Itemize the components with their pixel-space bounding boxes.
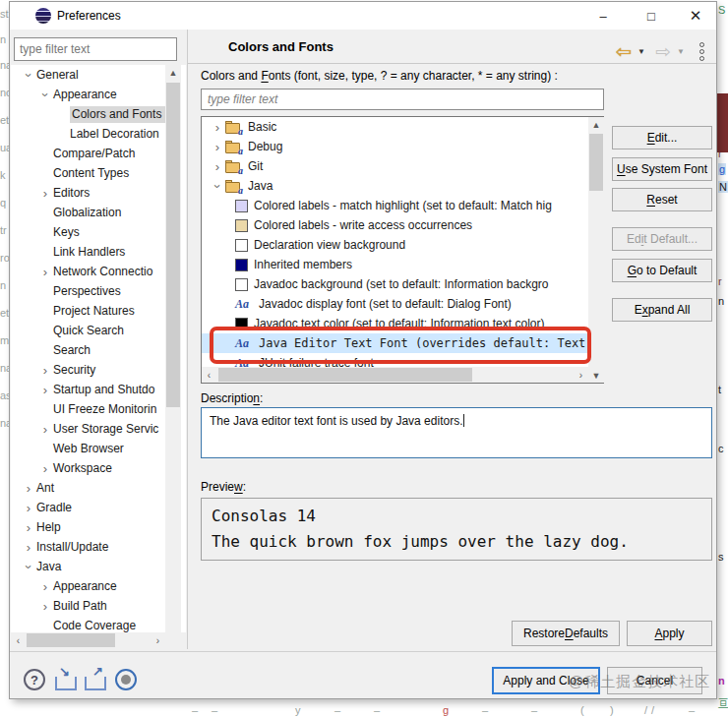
apply-button[interactable]: Apply [627,621,712,646]
maximize-button[interactable]: □ [637,6,666,26]
sidebar-item-user-storage-servic[interactable]: ›User Storage Servic [11,419,186,439]
font-tree-item-git[interactable]: ›aGit [202,156,587,176]
sidebar-item-network-connectio[interactable]: ›Network Connectio [11,262,186,281]
preference-recorder-icon[interactable] [115,669,137,690]
reset-button[interactable]: Reset [612,188,712,211]
sidebar-item-gradle[interactable]: ›Gradle [11,498,186,517]
nav-back-dropdown-icon[interactable]: ▼ [637,41,645,61]
scrollbar-thumb[interactable] [27,633,115,647]
use-system-font-button[interactable]: Use System Font [612,157,712,181]
go-to-default-button[interactable]: Go to Default [612,259,712,282]
sidebar-item-install-update[interactable]: ›Install/Update [11,537,186,557]
view-menu-icon[interactable] [699,42,704,61]
chevron-right-icon[interactable]: › [210,160,225,173]
font-tree-item-javadoc-display-font-set-to-default-dialog-font[interactable]: AaJavadoc display font (set to default: … [202,294,587,314]
chevron-down-icon[interactable]: › [39,87,52,102]
expand-all-button[interactable]: Expand All [612,298,712,322]
chevron-right-icon[interactable]: › [37,423,53,436]
chevron-right-icon[interactable]: › [37,187,53,200]
sidebar-item-colors-and-fonts[interactable]: ›Colors and Fonts [11,104,186,124]
chevron-down-icon[interactable]: › [23,67,35,83]
font-tree-item-inherited-members[interactable]: Inherited members [202,255,587,274]
sidebar-item-ant[interactable]: ›Ant [11,478,186,498]
font-tree-item-java-editor-text-font-overrides-default-text-f[interactable]: AaJava Editor Text Font (overrides defau… [202,333,587,353]
sidebar-item-search[interactable]: ›Search [11,340,186,360]
chevron-right-icon[interactable]: › [37,580,53,593]
scroll-up-icon[interactable]: ▲ [588,117,604,132]
scroll-down-icon[interactable]: ▼ [588,368,604,383]
restore-defaults-button[interactable]: Restore Defaults [512,621,620,646]
sidebar-item-appearance[interactable]: ›Appearance [11,576,186,596]
font-tree-item-colored-labels-write-access-occurrences[interactable]: Colored labels - write access occurrence… [202,215,587,235]
nav-forward-dropdown-icon[interactable]: ▼ [677,41,685,61]
sidebar-item-java[interactable]: ›Java [11,557,186,576]
titlebar[interactable]: Preferences – □ ✕ [10,2,716,30]
sidebar-item-general[interactable]: ›General [11,65,186,85]
import-icon[interactable]: ↘ [55,677,77,690]
chevron-right-icon[interactable]: › [37,266,53,278]
sidebar-item-quick-search[interactable]: ›Quick Search [11,321,186,340]
sidebar-item-help[interactable]: ›Help [11,517,186,537]
chevron-right-icon[interactable]: › [21,502,36,514]
chevron-right-icon[interactable]: › [37,364,53,377]
scroll-right-icon[interactable]: › [574,367,588,383]
fonts-horizontal-scrollbar[interactable]: ‹ › [202,367,588,383]
sidebar-item-web-browser[interactable]: ›Web Browser [11,439,186,458]
sidebar-item-perspectives[interactable]: ›Perspectives [11,281,186,301]
sidebar-item-content-types[interactable]: ›Content Types [11,163,186,183]
chevron-right-icon[interactable]: › [210,141,225,153]
sidebar-filter-input[interactable] [14,37,177,61]
help-icon[interactable]: ? [24,669,45,690]
font-tree-item-declaration-view-background[interactable]: Declaration view background [202,235,587,255]
font-tree-item-debug[interactable]: ›aDebug [202,137,587,156]
chevron-right-icon[interactable]: › [37,462,53,475]
font-tree-item-colored-labels-match-highlight-set-to-default-match-hig[interactable]: Colored labels - match highlight (set to… [202,196,587,215]
chevron-right-icon[interactable]: › [21,521,36,534]
scroll-up-icon[interactable]: ▲ [165,65,181,80]
fonts-vertical-scrollbar[interactable]: ▲ ▼ [588,117,604,383]
sidebar-horizontal-scrollbar[interactable]: ‹ › [11,632,165,648]
export-icon[interactable]: ↗ [85,677,106,690]
scroll-left-icon[interactable]: ‹ [11,632,26,648]
chevron-right-icon[interactable]: › [210,121,225,134]
sidebar-item-appearance[interactable]: ›Appearance [11,85,186,104]
chevron-right-icon[interactable]: › [21,541,36,554]
close-button[interactable]: ✕ [681,6,710,26]
font-tree-item-javadoc-background-set-to-default-information-backgro[interactable]: Javadoc background (set to default: Info… [202,274,587,294]
sidebar-vertical-scrollbar[interactable]: ▲ [165,65,181,632]
sidebar-item-build-path[interactable]: ›Build Path [11,596,186,616]
chevron-down-icon[interactable]: › [212,178,224,194]
sidebar-item-project-natures[interactable]: ›Project Natures [11,301,186,321]
sidebar-item-globalization[interactable]: ›Globalization [11,203,186,222]
nav-forward-icon[interactable]: ⇨ [655,41,671,61]
scrollbar-thumb[interactable] [166,83,180,407]
color-swatch-icon [235,278,248,291]
scrollbar-thumb[interactable] [218,368,472,382]
chevron-right-icon[interactable]: › [37,384,53,396]
chevron-right-icon[interactable]: › [37,600,53,613]
font-tree-item-javadoc-text-color-set-to-default-information-text-color[interactable]: Javadoc text color (set to default: Info… [202,314,587,333]
sidebar-item-startup-and-shutdo[interactable]: ›Startup and Shutdo [11,380,186,399]
sidebar-item-security[interactable]: ›Security [11,360,186,380]
nav-back-icon[interactable]: ⇦ [616,41,632,61]
scrollbar-thumb[interactable] [589,134,603,191]
apply-and-close-button[interactable]: Apply and Close [492,667,600,694]
chevron-down-icon[interactable]: › [23,559,35,574]
sidebar-item-compare-patch[interactable]: ›Compare/Patch [11,144,186,163]
sidebar-item-code-coverage[interactable]: ›Code Coverage [11,616,186,632]
sidebar-item-editors[interactable]: ›Editors [11,183,186,203]
scroll-left-icon[interactable]: ‹ [202,367,216,383]
chevron-right-icon[interactable]: › [21,482,36,495]
sidebar-item-link-handlers[interactable]: ›Link Handlers [11,242,186,262]
sidebar-item-workspace[interactable]: ›Workspace [11,458,186,478]
cancel-button[interactable]: Cancel [607,667,702,694]
sidebar-item-label-decoration[interactable]: ›Label Decoration [11,124,186,144]
sidebar-item-keys[interactable]: ›Keys [11,222,186,242]
edit-button[interactable]: Edit... [612,126,712,149]
scroll-right-icon[interactable]: › [151,632,165,648]
font-filter-input[interactable] [201,89,604,110]
font-tree-item-basic[interactable]: ›aBasic [202,117,587,137]
font-tree-item-java[interactable]: ›aJava [202,176,587,196]
minimize-button[interactable]: – [588,6,618,26]
sidebar-item-ui-freeze-monitorin[interactable]: ›UI Freeze Monitorin [11,399,186,419]
